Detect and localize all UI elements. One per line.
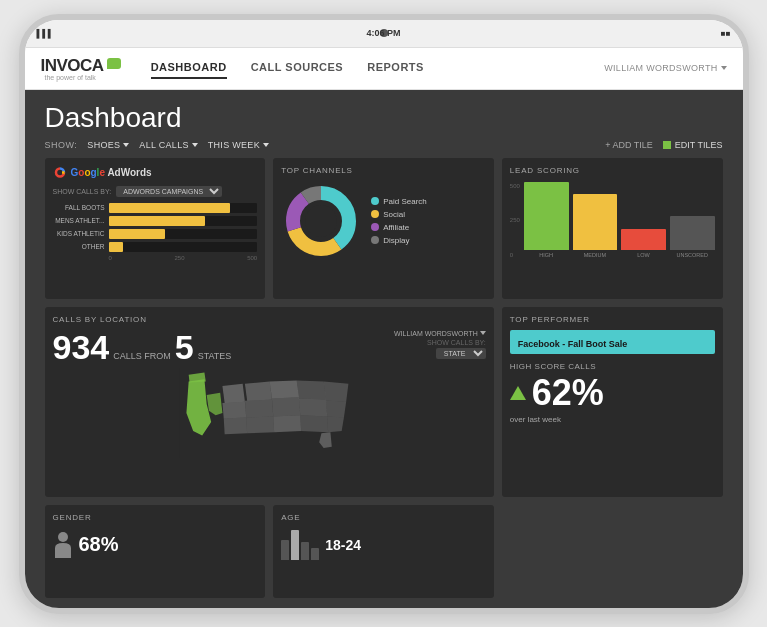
performer-pct: 62% xyxy=(532,375,604,411)
nav-link-dashboard[interactable]: DASHBOARD xyxy=(151,57,227,79)
states-count: 5 xyxy=(175,330,194,364)
tile-controls: + ADD TILE EDIT TILES xyxy=(605,140,722,150)
calls-count: 934 xyxy=(53,330,110,364)
device-chrome-top: ▌▌▌ 4:06 PM ■■ xyxy=(25,20,743,48)
gender-tile: GENDER 68% xyxy=(45,505,266,598)
this-week-filter-icon xyxy=(263,143,269,147)
lead-bar-medium: MEDIUM xyxy=(573,194,618,258)
bar-fill-3 xyxy=(109,229,165,239)
gender-pct: 68% xyxy=(79,533,119,556)
social-dot xyxy=(371,210,379,218)
lead-bar-low: LOW xyxy=(621,229,666,258)
battery-icon: ■■ xyxy=(721,29,731,38)
svg-point-4 xyxy=(305,205,337,237)
affiliate-label: Affiliate xyxy=(383,223,409,232)
gender-title: GENDER xyxy=(53,513,258,522)
this-week-filter[interactable]: THIS WEEK xyxy=(208,140,269,150)
performer-pct-row: 62% xyxy=(510,375,715,411)
page-title: Dashboard xyxy=(45,102,723,134)
shoes-filter-icon xyxy=(123,143,129,147)
location-stats-row: 934 CALLS FROM 5 STATES xyxy=(53,330,232,364)
person-icon xyxy=(53,530,73,560)
age-bar-3 xyxy=(301,542,309,560)
device-frame: ▌▌▌ 4:06 PM ■■ INVOCA the power of talk … xyxy=(19,14,749,614)
age-title: AGE xyxy=(281,513,486,522)
legend-paid-search: Paid Search xyxy=(371,197,427,206)
tiles-grid: Google AdWords SHOW CALLS BY: ADWORDS CA… xyxy=(25,158,743,608)
bar-row: MENS ATHLET... xyxy=(53,216,258,226)
performer-tile: TOP PERFORMER Facebook - Fall Boot Sale … xyxy=(502,307,723,497)
nav-bar: INVOCA the power of talk DASHBOARD CALL … xyxy=(25,48,743,90)
age-bar-2 xyxy=(291,530,299,560)
bar-scale: 0 250 500 xyxy=(53,255,258,261)
bar-track-2 xyxy=(109,216,258,226)
logo-speech-bubble xyxy=(107,58,121,69)
adwords-tile: Google AdWords SHOW CALLS BY: ADWORDS CA… xyxy=(45,158,266,299)
scale-0: 0 xyxy=(109,255,112,261)
us-map-container xyxy=(53,368,486,458)
bar-label-4: OTHER xyxy=(53,243,105,250)
bar-track-1 xyxy=(109,203,258,213)
bar-fill-4 xyxy=(109,242,124,252)
nav-user-name: WILLIAM WORDSWORTH xyxy=(604,63,717,73)
bar-label-3: KIDS ATHLETIC xyxy=(53,230,105,237)
signal-icon: ▌▌▌ xyxy=(37,29,54,38)
lead-bar-unscored: UNSCORED xyxy=(670,216,715,258)
age-content: 18-24 xyxy=(281,528,486,560)
logo-text: INVOCA xyxy=(41,56,104,76)
legend-social: Social xyxy=(371,210,427,219)
social-label: Social xyxy=(383,210,405,219)
calls-from-label: CALLS FROM xyxy=(113,351,171,361)
lead-bar-high: HIGH xyxy=(524,182,569,258)
channels-legend: Paid Search Social Affiliate Displa xyxy=(371,197,427,245)
y-label-500: 500 xyxy=(510,183,520,189)
age-range: 18-24 xyxy=(325,537,361,553)
performer-name: Facebook - Fall Boot Sale xyxy=(518,339,628,349)
nav-link-call-sources[interactable]: CALL SOURCES xyxy=(251,57,344,79)
edit-tiles-icon xyxy=(663,141,671,149)
paid-search-label: Paid Search xyxy=(383,197,427,206)
show-calls-select[interactable]: ADWORDS CAMPAIGNS xyxy=(116,186,222,197)
nav-user[interactable]: WILLIAM WORDSWORTH xyxy=(604,63,726,73)
location-user-label: WILLIAM WORDSWORTH xyxy=(394,330,486,337)
dashboard-header: Dashboard SHOW: SHOES ALL CALLS THIS WEE… xyxy=(25,90,743,158)
y-label-0: 0 xyxy=(510,252,520,258)
states-label: STATES xyxy=(198,351,232,361)
bar-label-1: FALL BOOTS xyxy=(53,204,105,211)
age-tile: AGE 18-24 xyxy=(273,505,494,598)
adwords-bar-chart: FALL BOOTS MENS ATHLET... KIDS ATHLETIC xyxy=(53,203,258,252)
edit-tiles-button[interactable]: EDIT TILES xyxy=(663,140,723,150)
bar-fill-2 xyxy=(109,216,206,226)
add-tile-button[interactable]: + ADD TILE xyxy=(605,140,653,150)
dashboard-filters: SHOW: SHOES ALL CALLS THIS WEEK + ADD TI… xyxy=(45,140,723,150)
channels-tile: TOP CHANNELS Paid Search xyxy=(273,158,494,299)
legend-display: Display xyxy=(371,236,427,245)
location-user-chevron xyxy=(480,331,486,335)
all-calls-filter-icon xyxy=(192,143,198,147)
nav-link-reports[interactable]: REPORTS xyxy=(367,57,424,79)
age-bar-1 xyxy=(281,540,289,560)
age-chart xyxy=(281,530,319,560)
lead-scoring-title: LEAD SCORING xyxy=(510,166,715,175)
performer-title: TOP PERFORMER xyxy=(510,315,715,324)
nav-links: DASHBOARD CALL SOURCES REPORTS xyxy=(151,57,605,79)
bar-track-3 xyxy=(109,229,258,239)
logo: INVOCA the power of talk xyxy=(41,56,121,81)
scale-250: 250 xyxy=(174,255,184,261)
paid-search-dot xyxy=(371,197,379,205)
affiliate-dot xyxy=(371,223,379,231)
show-calls-by-label: SHOW CALLS BY: xyxy=(427,339,486,346)
show-label: SHOW: xyxy=(45,140,78,150)
shoes-filter[interactable]: SHOES xyxy=(87,140,129,150)
adwords-header: Google AdWords xyxy=(53,166,258,180)
show-calls-row: SHOW CALLS BY: ADWORDS CAMPAIGNS xyxy=(53,186,258,197)
performer-over-label: over last week xyxy=(510,415,715,424)
nav-user-dropdown-icon xyxy=(721,66,727,70)
all-calls-filter[interactable]: ALL CALLS xyxy=(139,140,197,150)
bar-row: FALL BOOTS xyxy=(53,203,258,213)
scale-500: 500 xyxy=(247,255,257,261)
legend-affiliate: Affiliate xyxy=(371,223,427,232)
donut-chart xyxy=(281,181,361,261)
show-calls-by-select[interactable]: STATE xyxy=(436,348,486,359)
us-map xyxy=(53,368,486,458)
